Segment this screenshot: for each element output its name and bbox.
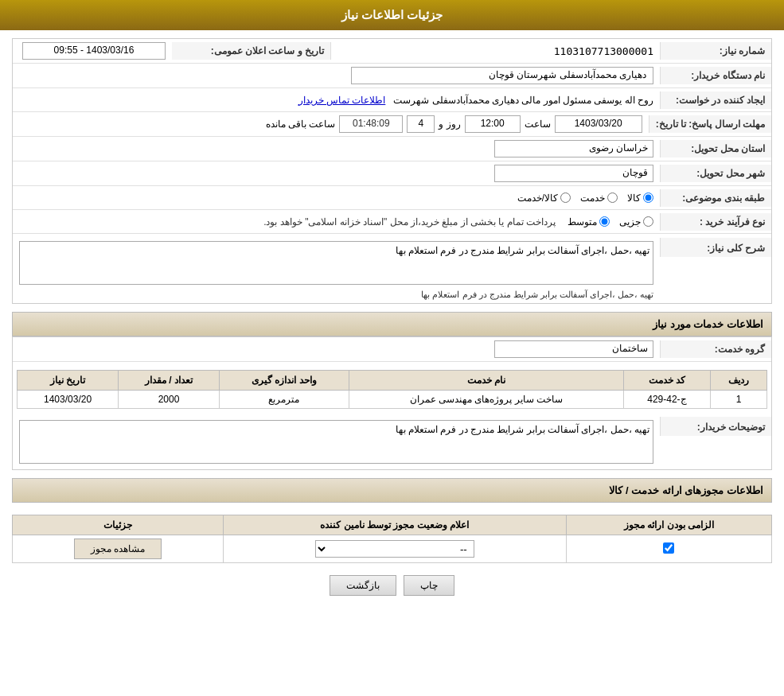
back-button[interactable]: بازگشت <box>330 575 396 596</box>
buyer-notes-row: توضیحات خریدار: <box>13 413 771 469</box>
col-service-code: کد خدمت <box>623 371 710 391</box>
table-row: 1 ج-42-429 ساخت سایر پروژه‌های مهندسی عم… <box>18 391 767 409</box>
required-checkbox[interactable] <box>663 542 674 554</box>
send-date-inline: 1403/03/20 ساعت 12:00 روز و 4 01:48:09 <box>19 115 642 133</box>
category-goods-service-item: کالا/خدمت <box>517 192 571 204</box>
process-notice: پرداخت تمام یا بخشی از مبلغ خرید،از محل … <box>263 216 556 227</box>
send-remaining-label: ساعت باقی مانده <box>266 119 336 130</box>
category-goods-label: کالا <box>627 192 641 204</box>
services-table: ردیف کد خدمت نام خدمت واحد اندازه گیری ت… <box>17 370 767 409</box>
service-group-label: گروه خدمت: <box>660 340 771 358</box>
cell-row-num: 1 <box>711 391 767 409</box>
need-description-value: <span data-bind="fields.need_description… <box>13 238 660 303</box>
spacer <box>12 503 772 515</box>
category-row: طبقه بندی موضوعی: کالا خدمت <box>13 186 771 210</box>
process-value: جزیی متوسط پرداخت تمام یا بخشی از مبلغ خ… <box>13 213 660 231</box>
category-goods-radio[interactable] <box>643 192 653 203</box>
category-goods-service-radio[interactable] <box>560 192 571 203</box>
process-partial-label: جزیی <box>619 216 641 227</box>
cell-service-name: ساخت سایر پروژه‌های مهندسی عمران <box>349 391 623 409</box>
buyer-notes-label: توضیحات خریدار: <box>660 417 771 436</box>
table-row: -- مشاهده مجوز <box>13 535 772 563</box>
buyer-org-value: دهیاری محمدآبادسفلی شهرستان قوچان <box>13 64 660 87</box>
process-partial-item: جزیی <box>619 216 653 227</box>
cell-service-code: ج-42-429 <box>623 391 710 409</box>
col-row-num: ردیف <box>711 371 767 391</box>
contact-link[interactable]: اطلاعات تماس خریدار <box>298 95 386 106</box>
buyer-org-input: دهیاری محمدآبادسفلی شهرستان قوچان <box>351 67 653 84</box>
category-radio-group: کالا خدمت کالا/خدمت <box>19 192 653 204</box>
category-service-radio[interactable] <box>607 192 618 203</box>
city-label: شهر محل تحویل: <box>660 165 771 182</box>
city-value: قوچان <box>13 161 660 185</box>
process-partial-radio[interactable] <box>643 216 653 227</box>
send-date-input: 1403/03/20 <box>555 115 642 133</box>
cell-required <box>566 535 771 563</box>
send-date-label: مهلت ارسال پاسخ: تا تاریخ: <box>649 115 771 133</box>
service-group-value: ساختمان <box>13 337 660 361</box>
process-radio-group: جزیی متوسط <box>568 216 653 227</box>
permissions-section-header: اطلاعات مجوزهای ارائه خدمت / کالا <box>12 478 772 503</box>
col-required: الزامی بودن ارائه مجوز <box>566 515 771 535</box>
province-value: خراسان رضوی <box>13 137 660 161</box>
province-label: استان محل تحویل: <box>660 140 771 157</box>
cell-details: مشاهده مجوز <box>13 535 224 563</box>
category-value: کالا خدمت کالا/خدمت <box>13 189 660 207</box>
province-input: خراسان رضوی <box>494 140 653 157</box>
send-date-row: مهلت ارسال پاسخ: تا تاریخ: 1403/03/20 سا… <box>13 112 771 137</box>
service-group-input: ساختمان <box>494 340 653 358</box>
permissions-table: الزامی بودن ارائه مجوز اعلام وضعیت مجوز … <box>12 515 772 563</box>
need-description-textarea[interactable]: <span data-bind="fields.need_description… <box>19 241 653 285</box>
col-need-date: تاریخ نیاز <box>18 371 119 391</box>
need-description-label: شرح کلی نیاز: <box>660 238 771 257</box>
process-medium-radio[interactable] <box>599 216 610 227</box>
announce-value: 1403/03/16 - 09:55 <box>13 39 172 63</box>
cell-unit: مترمربع <box>220 391 349 409</box>
buyer-notes-textarea[interactable] <box>19 420 653 464</box>
supplier-status-select[interactable]: -- <box>315 540 474 558</box>
need-number-label: شماره نیاز: <box>660 42 771 60</box>
province-row: استان محل تحویل: خراسان رضوی <box>13 137 771 161</box>
send-date-value: 1403/03/20 ساعت 12:00 روز و 4 01:48:09 <box>13 112 649 136</box>
col-unit: واحد اندازه گیری <box>220 371 349 391</box>
permissions-title: اطلاعات مجوزهای ارائه خدمت / کالا <box>609 484 763 496</box>
category-goods-service-label: کالا/خدمت <box>517 192 558 204</box>
permissions-table-wrap: الزامی بودن ارائه مجوز اعلام وضعیت مجوز … <box>12 515 772 563</box>
permissions-header-row: الزامی بودن ارائه مجوز اعلام وضعیت مجوز … <box>13 515 772 535</box>
need-number-value: 1103107713000001 <box>331 42 660 60</box>
need-description-text: تهیه ،حمل ،اجرای آسفالت برابر شرایط مندر… <box>19 287 653 300</box>
view-permission-button[interactable]: مشاهده مجوز <box>74 539 162 559</box>
need-description-row: شرح کلی نیاز: <span data-bind="fields.ne… <box>13 234 771 303</box>
print-button[interactable]: چاپ <box>404 575 454 596</box>
buyer-org-row: نام دستگاه خریدار: دهیاری محمدآبادسفلی ش… <box>13 64 771 88</box>
send-remaining-input: 01:48:09 <box>339 115 403 133</box>
services-section-header: اطلاعات خدمات مورد نیاز <box>12 312 772 336</box>
city-input: قوچان <box>494 165 653 182</box>
process-label: نوع فرآیند خرید : <box>660 213 771 231</box>
category-service-label: خدمت <box>580 192 605 204</box>
services-table-wrap: ردیف کد خدمت نام خدمت واحد اندازه گیری ت… <box>13 362 771 413</box>
page-wrapper: جزئیات اطلاعات نیاز شماره نیاز: 11031077… <box>0 0 784 696</box>
need-number-row: شماره نیاز: 1103107713000001 تاریخ و ساع… <box>13 39 771 64</box>
category-label: طبقه بندی موضوعی: <box>660 189 771 207</box>
services-section: گروه خدمت: ساختمان ردیف کد خدمت نام خدمت <box>12 336 772 470</box>
content-area: شماره نیاز: 1103107713000001 تاریخ و ساع… <box>0 30 784 616</box>
cell-supplier-status: -- <box>223 535 566 563</box>
services-table-header-row: ردیف کد خدمت نام خدمت واحد اندازه گیری ت… <box>18 371 767 391</box>
need-number-text: 1103107713000001 <box>554 45 653 57</box>
service-group-row: گروه خدمت: ساختمان <box>13 337 771 362</box>
page-header: جزئیات اطلاعات نیاز <box>0 0 784 30</box>
creator-value: روح اله یوسفی مسئول امور مالی دهیاری محم… <box>13 91 660 109</box>
process-inline: جزیی متوسط پرداخت تمام یا بخشی از مبلغ خ… <box>19 216 653 227</box>
col-service-name: نام خدمت <box>349 371 623 391</box>
city-row: شهر محل تحویل: قوچان <box>13 161 771 186</box>
col-supplier-status: اعلام وضعیت مجوز توسط نامین کننده <box>223 515 566 535</box>
creator-label: ایجاد کننده در خواست: <box>660 91 771 109</box>
category-service-item: خدمت <box>580 192 618 204</box>
send-days-label: روز و <box>439 119 460 130</box>
page-title: جزئیات اطلاعات نیاز <box>341 8 443 21</box>
col-quantity: تعداد / مقدار <box>119 371 220 391</box>
announce-input: 1403/03/16 - 09:55 <box>22 42 166 60</box>
footer-buttons: چاپ بازگشت <box>12 563 772 608</box>
buyer-org-label: نام دستگاه خریدار: <box>660 67 771 84</box>
